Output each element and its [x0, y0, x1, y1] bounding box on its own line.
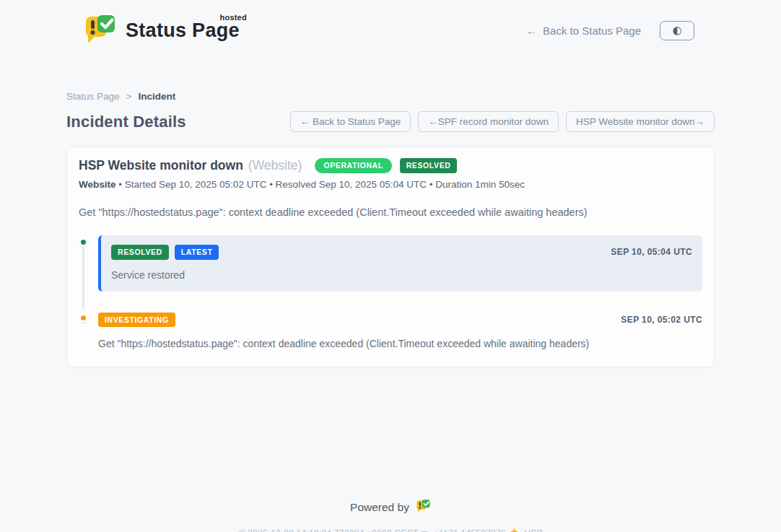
prev-incident-button[interactable]: ←SPF record monitor down	[418, 111, 559, 132]
incident-title: HSP Website monitor down	[79, 158, 243, 173]
entry-timestamp: SEP 10, 05:04 UTC	[611, 247, 692, 257]
meta-details: • Started Sep 10, 2025 05:02 UTC • Resol…	[118, 179, 525, 190]
operational-status-badge: OPERATIONAL	[315, 158, 391, 173]
header: Status Page hosted ← Back to Status Page…	[0, 0, 781, 55]
hosted-superscript: hosted	[220, 13, 247, 22]
timeline-entry-header: RESOLVED LATEST SEP 10, 05:04 UTC	[111, 245, 692, 260]
timeline-entry-header: INVESTIGATING SEP 10, 05:02 UTC	[98, 313, 702, 328]
copyright-line: © 2025-10-08 14:10:34.772084 +0200 CEST …	[0, 527, 781, 532]
incident-meta: Website • Started Sep 10, 2025 05:02 UTC…	[79, 179, 702, 190]
left-arrow-icon: ←	[526, 25, 537, 37]
page-title: Incident Details	[66, 113, 186, 131]
brand-logo[interactable]: Status Page hosted	[84, 13, 244, 48]
entry-investigating-badge: INVESTIGATING	[98, 313, 175, 328]
incident-card: HSP Website monitor down (Website) OPERA…	[66, 147, 715, 367]
incident-component: (Website)	[248, 158, 302, 173]
incident-timeline: RESOLVED LATEST SEP 10, 05:04 UTC Servic…	[79, 235, 702, 349]
statuspage-logo-icon	[84, 13, 117, 48]
incident-nav-buttons: ← Back to Status Page ←SPF record monito…	[290, 111, 715, 132]
entry-message: Service restored	[111, 269, 692, 281]
orange-timeline-dot-icon	[79, 313, 88, 323]
copyright-text: © 2025-10-08 14:10:34.772084 +0200 CEST …	[238, 528, 506, 532]
timeline-connector-line	[82, 247, 84, 309]
timeline-entry-investigating: INVESTIGATING SEP 10, 05:02 UTC Get "htt…	[98, 311, 702, 350]
header-back-link-label: Back to Status Page	[543, 25, 641, 37]
header-back-link[interactable]: ← Back to Status Page	[526, 25, 641, 37]
header-actions: ← Back to Status Page ◐	[526, 21, 694, 40]
breadcrumb-separator: >	[126, 91, 132, 102]
half-circle-theme-icon: ◐	[672, 25, 681, 36]
next-incident-button[interactable]: HSP Website monitor down→	[566, 111, 715, 132]
statuspage-logo-small-icon	[416, 499, 431, 516]
sparkles-icon	[510, 527, 520, 532]
incident-description: Get "https://hostedstatus.page": context…	[79, 206, 702, 218]
theme-toggle-button[interactable]: ◐	[660, 21, 694, 40]
resolved-state-badge: RESOLVED	[400, 158, 458, 173]
powered-by-link[interactable]: Powered by	[350, 499, 431, 516]
timeline-entry-resolved: RESOLVED LATEST SEP 10, 05:04 UTC Servic…	[98, 235, 702, 292]
back-to-status-page-button[interactable]: ← Back to Status Page	[290, 111, 411, 132]
green-timeline-dot-icon	[79, 237, 88, 247]
entry-message: Get "https://hostedstatus.page": context…	[98, 338, 702, 349]
main-content: Status Page > Incident Incident Details …	[66, 91, 715, 367]
entry-latest-badge: LATEST	[175, 245, 219, 260]
breadcrumb-incident: Incident	[138, 91, 175, 102]
entry-resolved-badge: RESOLVED	[111, 245, 169, 260]
powered-by-label: Powered by	[350, 501, 409, 514]
brand-wordmark: Status Page hosted	[126, 19, 244, 42]
meta-component-name: Website	[79, 179, 116, 190]
entry-timestamp: SEP 10, 05:02 UTC	[621, 315, 702, 325]
copyright-brand: HSP	[524, 528, 543, 532]
incident-card-header: HSP Website monitor down (Website) OPERA…	[79, 158, 702, 173]
timeline-entry-highlight-box: RESOLVED LATEST SEP 10, 05:04 UTC Servic…	[98, 235, 702, 292]
breadcrumb-status-page[interactable]: Status Page	[66, 91, 120, 102]
footer: Powered by © 2025-10-08 14:10:34.772084 …	[0, 499, 781, 532]
title-row: Incident Details ← Back to Status Page ←…	[66, 111, 715, 132]
breadcrumb: Status Page > Incident	[66, 91, 715, 102]
